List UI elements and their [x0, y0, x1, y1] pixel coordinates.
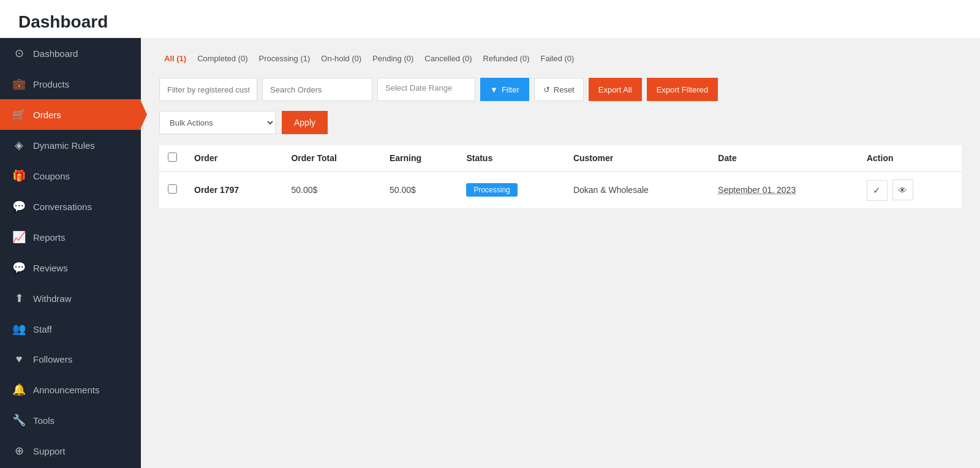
col-order: Order: [186, 145, 282, 172]
sidebar-item-tools[interactable]: 🔧Tools: [0, 405, 141, 436]
staff-icon: 👥: [12, 322, 26, 336]
tab-failed[interactable]: Failed (0): [536, 50, 579, 67]
sidebar-item-support[interactable]: ⊕Support: [0, 436, 141, 466]
sidebar-item-label: Dynamic Rules: [33, 140, 95, 151]
sidebar-item-label: Dashboard: [33, 48, 78, 59]
export-all-button[interactable]: Export All: [589, 78, 642, 101]
col-date: Date: [709, 145, 858, 172]
tab-all[interactable]: All (1): [159, 50, 191, 67]
orders-table: Order Order Total Earning Status Custome…: [159, 145, 962, 209]
apply-button[interactable]: Apply: [282, 111, 328, 134]
sidebar-item-label: Announcements: [33, 385, 99, 395]
filter-tabs: All (1)Completed (0)Processing (1)On-hol…: [159, 50, 962, 67]
reports-icon: 📈: [12, 230, 26, 244]
sidebar-item-label: Reviews: [33, 263, 68, 273]
sidebar-item-label: Withdraw: [33, 293, 72, 304]
filter-label: Filter: [502, 85, 519, 94]
dynamic-rules-icon: ◈: [12, 138, 26, 152]
col-action: Action: [858, 145, 962, 172]
earning: 50.00$: [381, 172, 458, 208]
orders-icon: 🛒: [12, 108, 26, 121]
table-header: Order Order Total Earning Status Custome…: [159, 145, 962, 172]
tools-icon: 🔧: [12, 413, 26, 427]
sidebar-item-products[interactable]: 💼Products: [0, 69, 141, 99]
sidebar-item-orders[interactable]: 🛒Orders: [0, 99, 141, 130]
view-action-button[interactable]: 👁: [892, 179, 913, 200]
sidebar: ⊙Dashboard💼Products🛒Orders◈Dynamic Rules…: [0, 38, 141, 468]
sidebar-item-label: Conversations: [33, 202, 92, 212]
coupons-icon: 🎁: [12, 169, 26, 183]
conversations-icon: 💬: [12, 200, 26, 213]
tab-pending[interactable]: Pending (0): [368, 50, 418, 67]
sidebar-item-reports[interactable]: 📈Reports: [0, 222, 141, 252]
tab-processing[interactable]: Processing (1): [254, 50, 315, 67]
filter-bar: Select Date Range ▼ Filter ↺ Reset Expor…: [159, 78, 962, 101]
reset-icon: ↺: [543, 85, 550, 94]
reviews-icon: 💬: [12, 261, 26, 274]
col-earning: Earning: [381, 145, 458, 172]
sidebar-item-withdraw[interactable]: ⬆Withdraw: [0, 283, 141, 314]
status-badge: Processing: [466, 183, 517, 197]
sidebar-item-dynamic-rules[interactable]: ◈Dynamic Rules: [0, 130, 141, 160]
page-title: Dashboard: [18, 12, 962, 32]
order-date: September 01, 2023: [718, 185, 796, 195]
tab-on-hold[interactable]: On-hold (0): [316, 50, 366, 67]
tab-cancelled[interactable]: Cancelled (0): [420, 50, 477, 67]
customer: Dokan & Wholesale: [565, 172, 709, 208]
complete-action-button[interactable]: ✓: [867, 180, 888, 201]
sidebar-item-staff[interactable]: 👥Staff: [0, 314, 141, 344]
customer-filter-input[interactable]: [159, 78, 257, 101]
filter-button[interactable]: ▼ Filter: [480, 78, 529, 101]
sidebar-item-label: Staff: [33, 324, 52, 334]
bulk-actions-bar: Bulk Actions Apply: [159, 111, 962, 134]
bulk-actions-select[interactable]: Bulk Actions: [159, 111, 276, 134]
reset-label: Reset: [554, 85, 575, 94]
filter-icon: ▼: [490, 85, 498, 94]
sidebar-item-label: Tools: [33, 415, 55, 426]
tab-refunded[interactable]: Refunded (0): [478, 50, 535, 67]
col-order-total: Order Total: [282, 145, 380, 172]
sidebar-item-coupons[interactable]: 🎁Coupons: [0, 160, 141, 191]
sidebar-item-label: Orders: [33, 110, 61, 120]
select-all-checkbox[interactable]: [168, 153, 177, 162]
order-total: 50.00$: [282, 172, 380, 208]
followers-icon: ♥: [12, 353, 26, 366]
date-range-select[interactable]: Select Date Range: [377, 78, 475, 101]
sidebar-item-label: Products: [33, 79, 69, 89]
sidebar-item-conversations[interactable]: 💬Conversations: [0, 191, 141, 222]
col-customer: Customer: [565, 145, 709, 172]
sidebar-item-label: Followers: [33, 354, 72, 364]
main-content: All (1)Completed (0)Processing (1)On-hol…: [141, 38, 980, 468]
export-filtered-button[interactable]: Export Filtered: [647, 78, 718, 101]
sidebar-item-label: Coupons: [33, 171, 70, 181]
col-status: Status: [458, 145, 564, 172]
tab-completed[interactable]: Completed (0): [192, 50, 252, 67]
withdraw-icon: ⬆: [12, 292, 26, 305]
sidebar-item-announcements[interactable]: 🔔Announcements: [0, 374, 141, 405]
reset-button[interactable]: ↺ Reset: [534, 78, 584, 101]
support-icon: ⊕: [12, 444, 26, 458]
sidebar-item-label: Reports: [33, 232, 66, 243]
search-orders-input[interactable]: [262, 78, 372, 101]
sidebar-item-dashboard[interactable]: ⊙Dashboard: [0, 38, 141, 69]
row-checkbox[interactable]: [168, 184, 177, 194]
order-link[interactable]: Order 1797: [194, 185, 239, 195]
dashboard-icon: ⊙: [12, 47, 26, 60]
products-icon: 💼: [12, 77, 26, 91]
announcements-icon: 🔔: [12, 383, 26, 396]
sidebar-item-followers[interactable]: ♥Followers: [0, 344, 141, 374]
table-row: Order 1797 50.00$ 50.00$ Processing Doka…: [159, 172, 962, 208]
sidebar-item-reviews[interactable]: 💬Reviews: [0, 252, 141, 283]
table-body: Order 1797 50.00$ 50.00$ Processing Doka…: [159, 172, 962, 208]
sidebar-item-label: Support: [33, 446, 66, 456]
